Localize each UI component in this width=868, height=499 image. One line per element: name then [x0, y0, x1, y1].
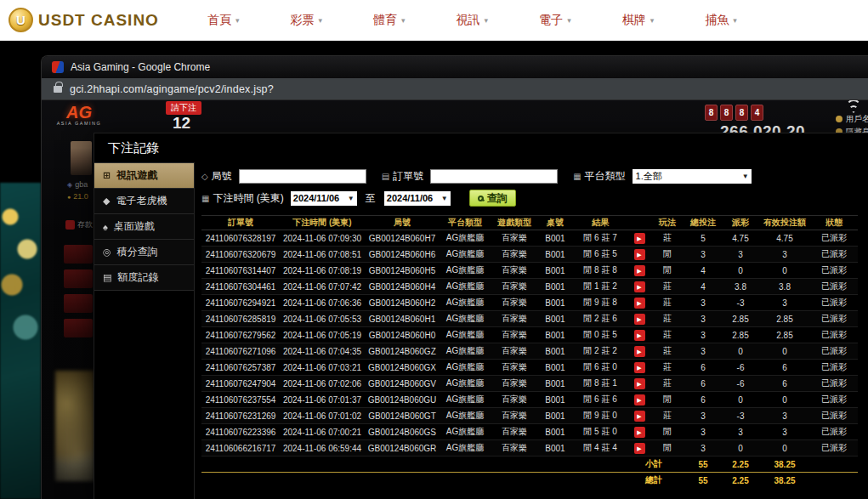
- nav-item-slots[interactable]: 電子▾: [539, 13, 571, 28]
- slot-machines-icon: ◆: [103, 196, 110, 207]
- grand-total-payout: 2.25: [722, 473, 759, 489]
- cell-order: 241106076257387: [201, 360, 280, 376]
- play-video-button[interactable]: ▶: [634, 394, 645, 405]
- cell-time: 2024-11-06 07:04:35: [280, 343, 365, 360]
- play-video-button[interactable]: ▶: [634, 378, 645, 389]
- cell-time: 2024-11-06 07:07:42: [280, 279, 365, 295]
- cell-bet-on: 莊: [650, 230, 684, 247]
- play-video-button[interactable]: ▶: [634, 265, 645, 276]
- play-video-button[interactable]: ▶: [634, 443, 645, 454]
- cell-bet-on: 莊: [650, 311, 684, 327]
- play-video-button[interactable]: ▶: [634, 233, 645, 244]
- bet-time-label: ▦ 下注時間 (美東): [201, 191, 284, 206]
- calendar-icon: ▦: [201, 194, 209, 203]
- cell-valid-bet: 3: [759, 295, 810, 311]
- play-video-button[interactable]: ▶: [634, 298, 645, 309]
- grand-total-status-blank: [810, 473, 858, 489]
- site-logo[interactable]: U USDT CASINO: [9, 8, 159, 32]
- bet-records-dialog: 下注記錄 ⊞視訊遊戲◆電子老虎機♠桌面遊戲◎積分查詢▤額度記錄 ◇ 局號 ▤: [94, 133, 868, 499]
- dialog-body: ⊞視訊遊戲◆電子老虎機♠桌面遊戲◎積分查詢▤額度記錄 ◇ 局號 ▤ 訂單號: [94, 162, 868, 499]
- menu-item-label: 積分查詢: [117, 245, 158, 259]
- nav-item-board-games[interactable]: 棋牌▾: [622, 13, 655, 28]
- date-from-picker[interactable]: 2024/11/06 ▼: [291, 191, 357, 206]
- subtotal-total-bet: 55: [684, 456, 722, 473]
- nav-item-home[interactable]: 首頁▾: [207, 13, 240, 28]
- chevron-down-icon: ▾: [485, 16, 489, 25]
- cell-order: 241106076247904: [201, 376, 280, 392]
- search-button[interactable]: 查詢: [469, 190, 516, 207]
- card-tile: 8: [735, 105, 748, 121]
- nav-item-sports[interactable]: 體育▾: [373, 13, 406, 28]
- nav-item-lottery[interactable]: 彩票▾: [291, 13, 323, 28]
- cell-result: 閒 2 莊 2: [572, 343, 628, 360]
- cell-order: 241106076285819: [201, 311, 280, 327]
- cell-status: 已派彩: [810, 360, 858, 376]
- cell-game: 百家樂: [491, 408, 538, 424]
- cell-table: B001: [538, 408, 572, 424]
- chrome-urlbar[interactable]: gci.2hhapi.com/agingame/pcv2/index.jsp?: [42, 78, 868, 100]
- cell-bet-on: 莊: [650, 376, 684, 392]
- play-video-button[interactable]: ▶: [634, 346, 645, 357]
- play-video-button[interactable]: ▶: [634, 362, 645, 373]
- cell-payout: 0: [722, 440, 759, 456]
- cell-result: 閒 6 莊 5: [572, 247, 628, 263]
- table-row: 2411060662167172024-11-06 06:59:44GB0012…: [201, 440, 858, 456]
- menu-item-slot-machines[interactable]: ◆電子老虎機: [94, 189, 194, 214]
- cell-play: ▶: [628, 247, 650, 263]
- cell-platform: AG旗艦廳: [440, 392, 491, 408]
- username-fragment: 用戶名: [836, 114, 868, 125]
- cell-play: ▶: [628, 327, 650, 343]
- nav-item-live[interactable]: 視訊▾: [457, 13, 489, 28]
- nav-item-label: 體育: [373, 13, 397, 28]
- card-tile: 4: [751, 105, 763, 121]
- cell-table: B001: [538, 230, 572, 247]
- cell-valid-bet: 0: [759, 440, 810, 456]
- cell-round: GB00124B060H4: [365, 279, 440, 295]
- cell-play: ▶: [628, 392, 650, 408]
- cell-table: B001: [538, 343, 572, 360]
- menu-item-video-games[interactable]: ⊞視訊遊戲: [94, 163, 194, 189]
- platform-type-select[interactable]: 1.全部 ▼: [633, 169, 752, 184]
- cell-table: B001: [538, 392, 572, 408]
- play-video-button[interactable]: ▶: [634, 330, 645, 341]
- cell-result: 閒 6 莊 6: [572, 392, 628, 408]
- cell-play: ▶: [628, 376, 650, 392]
- cell-total-bet: 6: [684, 360, 722, 376]
- cell-table: B001: [538, 327, 572, 343]
- cell-round: GB00124B060GV: [365, 376, 440, 392]
- cell-platform: AG旗艦廳: [440, 327, 491, 343]
- play-video-button[interactable]: ▶: [634, 249, 645, 260]
- cell-order: 241106076328197: [201, 230, 280, 247]
- chevron-down-icon: ▾: [401, 16, 406, 25]
- menu-item-table-games[interactable]: ♠桌面遊戲: [94, 214, 194, 240]
- chevron-down-icon: ▾: [733, 16, 737, 25]
- date-from-value: 2024/11/06: [293, 193, 339, 203]
- cell-play: ▶: [628, 295, 650, 311]
- round-number-input[interactable]: [239, 169, 366, 184]
- nav-item-fishing[interactable]: 捕魚▾: [705, 13, 737, 28]
- cell-play: ▶: [628, 343, 650, 360]
- play-video-button[interactable]: ▶: [634, 281, 645, 292]
- cell-game: 百家樂: [491, 376, 538, 392]
- window-title: Asia Gaming - Google Chrome: [71, 61, 210, 73]
- url-text: gci.2hhapi.com/agingame/pcv2/index.jsp?: [70, 83, 274, 95]
- cell-payout: 0: [722, 343, 759, 360]
- cell-order: 241106066216717: [201, 440, 280, 456]
- play-video-button[interactable]: ▶: [634, 427, 645, 438]
- order-label: ▤ 訂單號: [382, 169, 423, 184]
- cell-platform: AG旗艦廳: [440, 424, 491, 440]
- cell-order: 241106076231269: [201, 408, 280, 424]
- cell-valid-bet: 0: [759, 392, 810, 408]
- play-video-button[interactable]: ▶: [634, 314, 645, 325]
- menu-item-points-query[interactable]: ◎積分查詢: [94, 240, 194, 265]
- date-to-picker[interactable]: 2024/11/06 ▼: [384, 191, 451, 206]
- table-games-icon: ♠: [103, 222, 108, 232]
- cell-game: 百家樂: [491, 295, 538, 311]
- play-video-button[interactable]: ▶: [634, 411, 645, 422]
- cell-table: B001: [538, 424, 572, 440]
- cell-status: 已派彩: [810, 376, 858, 392]
- order-number-input[interactable]: [430, 169, 558, 184]
- cell-order: 241106076223396: [201, 424, 280, 440]
- cell-total-bet: 5: [684, 230, 722, 247]
- menu-item-credit-records[interactable]: ▤額度記錄: [94, 265, 194, 291]
